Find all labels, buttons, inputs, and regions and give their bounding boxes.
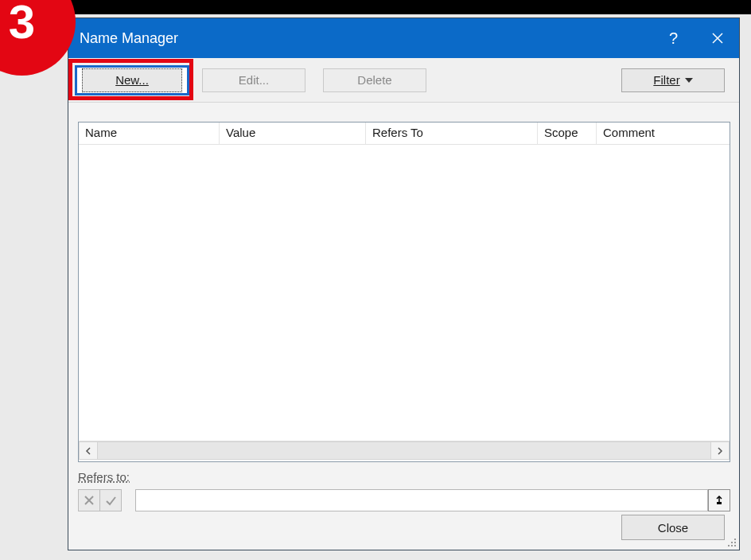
refers-to-row <box>78 489 730 511</box>
resize-grip[interactable] <box>726 537 737 548</box>
confirm-edit-button <box>99 489 122 511</box>
new-button-label: New... <box>115 73 149 87</box>
new-button[interactable]: New... <box>82 68 182 92</box>
close-button-label: Close <box>658 521 688 535</box>
step-badge: 3 <box>0 0 76 76</box>
filter-button[interactable]: Filter <box>621 68 725 92</box>
col-header-value[interactable]: Value <box>220 122 366 144</box>
edit-button-label: Edit... <box>239 73 269 87</box>
close-icon <box>711 32 724 45</box>
chevron-left-icon <box>84 447 92 455</box>
col-header-name[interactable]: Name <box>79 122 220 144</box>
delete-button: Delete <box>323 68 426 92</box>
cancel-edit-button <box>78 489 100 511</box>
col-header-comment[interactable]: Comment <box>597 122 730 144</box>
names-list: Name Value Refers To Scope Comment <box>78 122 730 462</box>
toolbar: New... Edit... Delete Filter <box>68 58 739 103</box>
scroll-track[interactable] <box>98 441 710 460</box>
close-button[interactable]: Close <box>621 515 725 540</box>
horizontal-scrollbar[interactable] <box>79 441 730 460</box>
titlebar: Name Manager ? <box>68 18 739 58</box>
edit-button: Edit... <box>202 68 305 92</box>
col-header-scope[interactable]: Scope <box>538 122 597 144</box>
scroll-right-button[interactable] <box>710 441 730 460</box>
cancel-icon <box>83 494 95 507</box>
name-manager-dialog: Name Manager ? New... Edit... Delete Fil… <box>68 18 740 550</box>
refers-to-input[interactable] <box>135 489 708 511</box>
refers-to-label: Refers to: <box>78 470 130 484</box>
range-select-icon <box>714 495 725 506</box>
collapse-dialog-button[interactable] <box>708 489 730 511</box>
dialog-title: Name Manager <box>68 30 652 47</box>
col-header-refers[interactable]: Refers To <box>366 122 538 144</box>
scroll-left-button[interactable] <box>79 441 98 460</box>
close-window-button[interactable] <box>695 18 739 58</box>
chevron-right-icon <box>716 447 724 455</box>
help-button[interactable]: ? <box>652 18 695 58</box>
new-button-focus-frame: New... <box>75 65 189 95</box>
delete-button-label: Delete <box>357 73 391 87</box>
check-icon <box>104 494 117 507</box>
caret-down-icon <box>685 78 693 83</box>
top-black-bar <box>0 0 751 14</box>
list-body-empty <box>79 145 730 441</box>
filter-button-label: Filter <box>653 73 679 87</box>
list-header: Name Value Refers To Scope Comment <box>79 122 730 145</box>
svg-rect-4 <box>717 502 722 504</box>
